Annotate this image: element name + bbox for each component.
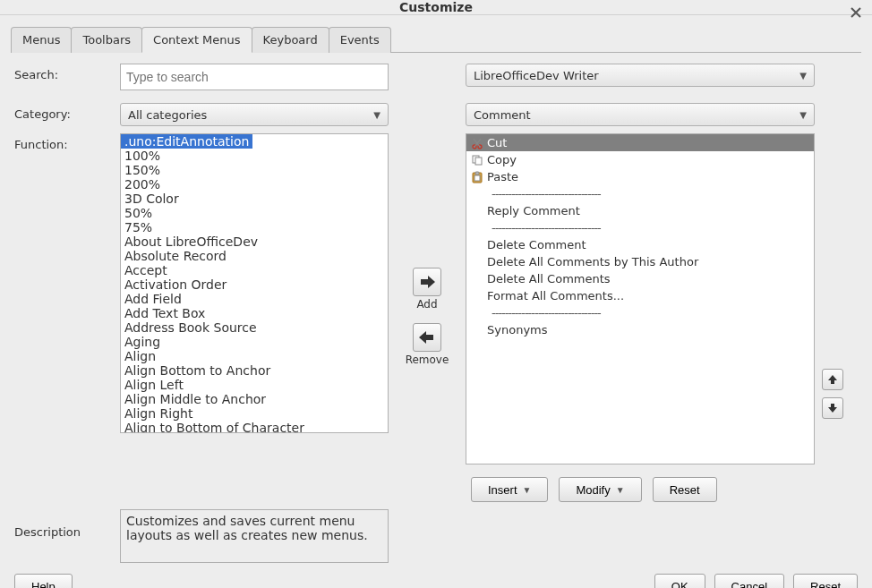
chevron-down-icon: ▼ [373, 110, 380, 120]
context-menu-dropdown-value: Comment [474, 108, 531, 122]
function-item[interactable]: Align Right [121, 406, 388, 421]
chevron-down-icon: ▼ [616, 485, 625, 495]
ok-label: OK [671, 580, 688, 589]
tab-menus[interactable]: Menus [11, 27, 72, 53]
function-item[interactable]: Absolute Record [121, 249, 388, 263]
function-item[interactable]: Accept [121, 263, 388, 277]
move-up-button[interactable] [822, 369, 843, 390]
menu-item[interactable]: Delete Comment [466, 236, 814, 253]
chevron-down-icon: ▼ [523, 485, 532, 495]
cancel-label: Cancel [731, 580, 767, 589]
menu-item-label: Delete All Comments [487, 271, 611, 286]
insert-button[interactable]: Insert ▼ [471, 477, 548, 502]
add-label: Add [416, 298, 437, 311]
function-item[interactable]: Align [121, 349, 388, 363]
tab-toolbars[interactable]: Toolbars [71, 27, 142, 53]
dialog-footer: Help OK Cancel Reset [0, 563, 872, 588]
function-label: Function: [14, 133, 113, 502]
menu-item-label: Reply Comment [487, 203, 580, 218]
category-label: Category: [14, 103, 113, 126]
function-item[interactable]: Align Left [121, 378, 388, 392]
arrow-left-icon [417, 328, 437, 347]
add-button[interactable] [413, 268, 441, 296]
function-listbox[interactable]: .uno:EditAnnotation100%150%200%3D Color5… [120, 133, 389, 433]
arrow-right-icon [417, 272, 437, 292]
function-item[interactable]: 150% [121, 163, 388, 177]
window-title: Customize [399, 0, 473, 14]
function-item[interactable]: Align to Bottom of Character [121, 421, 388, 433]
menu-item[interactable]: Delete All Comments [466, 270, 814, 287]
menu-items-listbox[interactable]: CutCopyPaste----------------------------… [466, 133, 815, 464]
function-item[interactable]: Aging [121, 335, 388, 349]
menu-item[interactable]: Copy [466, 151, 814, 168]
menu-separator[interactable]: --------------------------------- [466, 219, 814, 236]
menu-item[interactable]: Cut [466, 134, 814, 151]
function-item[interactable]: Align Middle to Anchor [121, 392, 388, 406]
menu-item[interactable]: Format All Comments... [466, 287, 814, 304]
help-label: Help [31, 580, 56, 589]
function-item[interactable]: 3D Color [121, 192, 388, 206]
remove-button[interactable] [413, 323, 441, 352]
tab-bar: Menus Toolbars Context Menus Keyboard Ev… [0, 15, 872, 52]
menu-item[interactable]: Synonyms [466, 321, 814, 338]
titlebar: Customize [0, 0, 872, 15]
target-dropdown-value: LibreOfficeDev Writer [474, 69, 599, 82]
menu-item[interactable]: Delete All Comments by This Author [466, 253, 814, 270]
menu-item-label: Format All Comments... [487, 288, 624, 303]
chevron-down-icon: ▼ [799, 71, 807, 81]
function-item[interactable]: 100% [121, 149, 388, 163]
svg-rect-5 [475, 172, 479, 175]
menu-item-label: Delete Comment [487, 237, 586, 252]
function-item[interactable]: 50% [121, 206, 388, 220]
tab-keyboard[interactable]: Keyboard [252, 27, 329, 53]
menu-item-label: Synonyms [487, 322, 548, 337]
cancel-button[interactable]: Cancel [714, 574, 784, 588]
chevron-down-icon: ▼ [799, 110, 807, 120]
tab-events[interactable]: Events [329, 27, 391, 53]
reset-button[interactable]: Reset [793, 574, 858, 588]
tab-panel: Search: LibreOfficeDev Writer ▼ Category… [11, 52, 861, 563]
svg-rect-3 [475, 158, 482, 165]
reset-panel-button[interactable]: Reset [653, 477, 717, 502]
paste-icon [470, 171, 484, 183]
function-item[interactable]: 75% [121, 220, 388, 234]
tab-context-menus[interactable]: Context Menus [141, 27, 252, 53]
description-box: Customizes and saves current menu layout… [120, 509, 389, 563]
menu-item-label: Delete All Comments by This Author [487, 254, 698, 269]
copy-icon [470, 154, 484, 166]
target-dropdown[interactable]: LibreOfficeDev Writer ▼ [466, 64, 815, 87]
menu-item[interactable]: Reply Comment [466, 202, 814, 219]
function-item[interactable]: Add Text Box [121, 306, 388, 320]
context-menu-dropdown[interactable]: Comment ▼ [466, 103, 815, 126]
function-item[interactable]: Activation Order [121, 277, 388, 292]
arrow-down-icon [826, 402, 839, 414]
svg-rect-6 [474, 175, 480, 181]
search-input[interactable] [120, 64, 389, 90]
category-dropdown[interactable]: All categories ▼ [120, 103, 389, 126]
cut-icon [470, 137, 484, 149]
menu-separator[interactable]: --------------------------------- [466, 304, 814, 321]
function-item[interactable]: Address Book Source [121, 320, 388, 335]
menu-item-label: Copy [487, 152, 517, 167]
move-down-button[interactable] [822, 397, 843, 419]
modify-button[interactable]: Modify ▼ [559, 477, 641, 502]
function-item[interactable]: Add Field [121, 292, 388, 306]
menu-item-label: Paste [487, 169, 518, 184]
close-icon[interactable] [849, 5, 863, 20]
menu-separator[interactable]: --------------------------------- [466, 185, 814, 202]
category-dropdown-value: All categories [128, 108, 207, 122]
function-item[interactable]: Align Bottom to Anchor [121, 363, 388, 378]
insert-label: Insert [488, 483, 517, 497]
customize-dialog: Customize Menus Toolbars Context Menus K… [0, 0, 872, 588]
menu-item[interactable]: Paste [466, 168, 814, 185]
function-item[interactable]: 200% [121, 177, 388, 192]
modify-label: Modify [576, 483, 610, 497]
menu-item-label: Cut [487, 135, 507, 150]
reset-label: Reset [810, 580, 841, 589]
arrow-up-icon [826, 373, 839, 386]
ok-button[interactable]: OK [654, 574, 705, 588]
function-item[interactable]: .uno:EditAnnotation [121, 134, 252, 149]
function-item[interactable]: About LibreOfficeDev [121, 234, 388, 249]
help-button[interactable]: Help [14, 574, 73, 588]
reset-panel-label: Reset [670, 483, 700, 497]
